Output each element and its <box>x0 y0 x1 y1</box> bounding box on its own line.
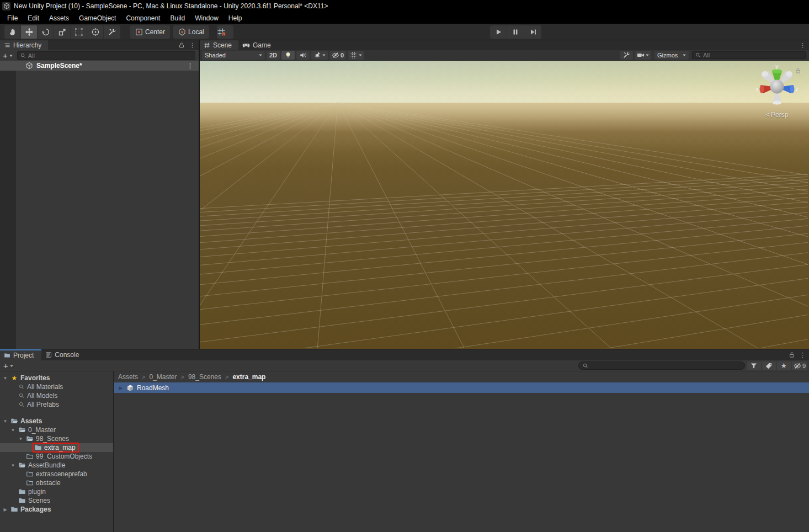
foldout-closed-icon[interactable]: ▶ <box>2 507 8 512</box>
scene-grid-button[interactable]: ▼ <box>348 51 364 60</box>
tab-console[interactable]: Console <box>41 349 87 360</box>
gamepad-icon <box>242 41 250 49</box>
axis-y-label: y <box>775 64 779 70</box>
move-tool-button[interactable] <box>21 25 38 39</box>
asset-row-roadmesh[interactable]: ▶ RoadMesh <box>114 382 809 393</box>
hierarchy-search-field[interactable] <box>17 51 195 60</box>
kebab-menu-icon[interactable]: ⋮ <box>189 42 195 49</box>
pause-button[interactable] <box>507 25 524 39</box>
menu-window[interactable]: Window <box>190 12 223 24</box>
shading-mode-dropdown[interactable]: Shaded ▼ <box>202 51 265 60</box>
tree-item-98-scenes[interactable]: ▼ 98_Scenes <box>0 434 113 443</box>
project-visibility-button[interactable]: 9 <box>792 361 807 370</box>
foldout-open-icon[interactable]: ▼ <box>2 376 8 381</box>
tree-item-favorites[interactable]: ▼ ★ Favorites <box>0 374 113 382</box>
tree-item-packages[interactable]: ▶ Packages <box>0 505 113 514</box>
projection-mode[interactable]: < Persp <box>754 110 800 119</box>
foldout-closed-icon[interactable]: ▶ <box>118 385 124 391</box>
tree-item-extrasceneprefab[interactable]: extrasceneprefab <box>0 470 113 478</box>
scene-row-kebab-icon[interactable]: ⋮ <box>187 63 193 69</box>
hierarchy-search-input[interactable] <box>28 52 193 59</box>
search-by-type-button[interactable] <box>747 361 761 370</box>
menu-gameobject[interactable]: GameObject <box>74 12 121 24</box>
rotate-tool-button[interactable] <box>38 25 54 39</box>
scene-kebab-menu-icon[interactable]: ⋮ <box>800 42 806 49</box>
breadcrumb-0-master[interactable]: 0_Master <box>149 373 177 381</box>
folder-icon <box>10 506 18 513</box>
tab-scene[interactable]: Scene <box>200 40 238 50</box>
tree-item-extra-map[interactable]: extra_map <box>0 443 113 452</box>
favorites-filter-button[interactable]: ★ <box>777 361 791 370</box>
eye-off-icon <box>794 362 801 370</box>
tab-hierarchy[interactable]: Hierarchy <box>0 40 48 50</box>
foldout-open-icon[interactable]: ▼ <box>10 463 16 468</box>
folder-outline-icon <box>26 479 34 487</box>
custom-tools-button[interactable] <box>104 25 120 39</box>
scene-effects-button[interactable]: ▼ <box>311 51 328 60</box>
tree-item-all-prefabs[interactable]: All Prefabs <box>0 400 113 409</box>
scene-lighting-button[interactable] <box>281 51 295 60</box>
hand-icon <box>8 28 17 36</box>
tree-item-0-master[interactable]: ▼ 0_Master <box>0 425 113 434</box>
play-button[interactable] <box>490 25 507 39</box>
menu-file[interactable]: File <box>2 12 23 24</box>
tree-item-scenes[interactable]: Scenes <box>0 496 113 505</box>
project-search-input[interactable] <box>591 363 741 369</box>
menu-component[interactable]: Component <box>121 12 165 24</box>
transform-tool-button[interactable] <box>87 25 104 39</box>
folder-open-icon <box>18 426 26 434</box>
project-kebab-menu-icon[interactable]: ⋮ <box>800 352 806 358</box>
editor-tools-button[interactable] <box>620 51 633 60</box>
breadcrumb-assets[interactable]: Assets <box>118 373 138 381</box>
tree-item-plugin[interactable]: plugin <box>0 487 113 496</box>
breadcrumb-extra-map[interactable]: extra_map <box>232 373 265 381</box>
menu-build[interactable]: Build <box>165 12 190 24</box>
gizmo-lock-icon[interactable] <box>795 67 801 74</box>
breadcrumb-98-scenes[interactable]: 98_Scenes <box>188 373 221 381</box>
rect-tool-button[interactable] <box>71 25 87 39</box>
unlock-icon[interactable] <box>789 352 795 358</box>
foldout-open-icon[interactable]: ▼ <box>18 437 24 441</box>
folder-icon <box>18 497 26 504</box>
project-search-field[interactable] <box>578 361 745 370</box>
gizmos-dropdown[interactable]: Gizmos ▼ <box>654 51 689 60</box>
tree-item-assetbundle[interactable]: ▼ AssetBundle <box>0 461 113 470</box>
scene-visibility-button[interactable]: 0 <box>329 51 346 60</box>
project-add-button[interactable]: + ▼ <box>3 361 13 370</box>
rotation-local-button[interactable]: Local <box>173 25 209 39</box>
step-button[interactable] <box>524 25 541 39</box>
scene-search-field[interactable] <box>692 51 806 59</box>
menu-assets[interactable]: Assets <box>44 12 74 24</box>
tree-item-all-models[interactable]: All Models <box>0 391 113 400</box>
toggle-2d-button[interactable]: 2D <box>267 51 280 60</box>
hierarchy-add-button[interactable]: + ▼ <box>3 51 13 60</box>
tree-item-obstacle[interactable]: obstacle <box>0 478 113 487</box>
hierarchy-body[interactable] <box>0 71 199 349</box>
scene-audio-button[interactable] <box>296 51 310 60</box>
tab-project[interactable]: Project <box>0 349 41 360</box>
caret-down-icon: ▼ <box>645 54 650 57</box>
hierarchy-gutter <box>0 71 16 349</box>
foldout-open-icon[interactable]: ▼ <box>10 428 16 433</box>
camera-settings-button[interactable]: ▼ <box>635 51 651 60</box>
hand-tool-button[interactable] <box>4 25 21 39</box>
menu-edit[interactable]: Edit <box>23 12 44 24</box>
orientation-gizmo[interactable]: y x z < Persp <box>754 64 800 119</box>
tree-item-assets[interactable]: ▼ Assets <box>0 417 113 425</box>
axis-gizmo-icon[interactable]: y x z <box>755 64 799 108</box>
tree-item-99-customobjects[interactable]: 99_CustomObjects <box>0 452 113 461</box>
scale-tool-button[interactable] <box>54 25 71 39</box>
tab-game[interactable]: Game <box>238 40 278 50</box>
tree-item-label: Favorites <box>20 374 50 382</box>
pivot-center-button[interactable]: Center <box>130 25 170 39</box>
search-by-label-button[interactable] <box>762 361 776 370</box>
scene-viewport[interactable]: y x z < Persp <box>200 61 809 349</box>
hierarchy-scene-row[interactable]: SampleScene* ⋮ <box>0 61 199 71</box>
grid-snap-button[interactable] <box>217 25 233 39</box>
unlock-icon[interactable] <box>178 42 185 49</box>
scene-search-input[interactable] <box>703 52 803 58</box>
wrench-icon <box>622 51 630 59</box>
menu-help[interactable]: Help <box>223 12 247 24</box>
tree-item-all-materials[interactable]: All Materials <box>0 382 113 391</box>
foldout-open-icon[interactable]: ▼ <box>2 419 8 424</box>
